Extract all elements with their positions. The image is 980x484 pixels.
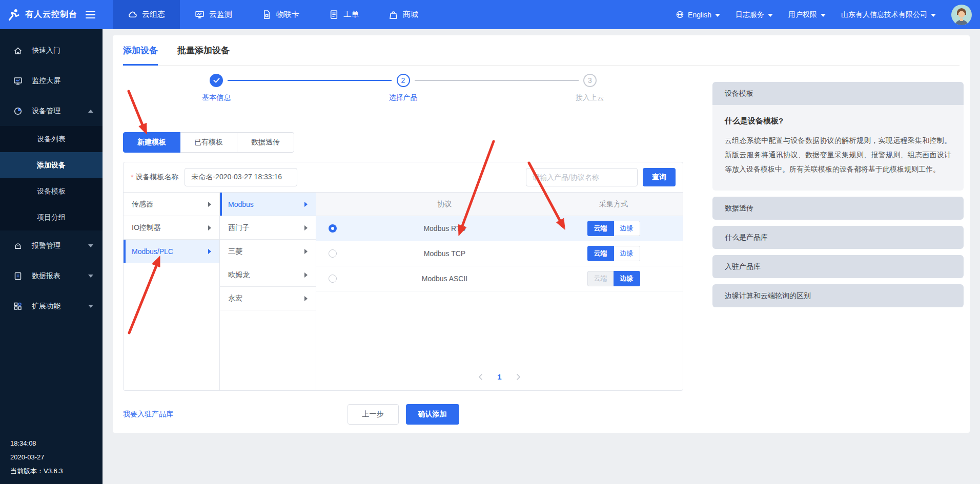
- cloud-mode-button[interactable]: 云端: [587, 221, 614, 236]
- next-page-icon[interactable]: [516, 373, 521, 381]
- arrow-right-icon: [208, 225, 211, 230]
- sidebar-item-quick-start[interactable]: 快速入门: [0, 35, 103, 66]
- sidebar-footer: 18:34:08 2020-03-27 当前版本：V3.6.3: [0, 436, 73, 478]
- help-header-join-product-library[interactable]: 入驻产品库: [712, 255, 964, 278]
- user-permission-menu[interactable]: 用户权限: [788, 10, 826, 19]
- sidebar-item-data-report[interactable]: 数据报表: [0, 261, 103, 291]
- table-row-modbus-ascii[interactable]: Modbus ASCII 云端 边缘: [316, 266, 683, 291]
- usr-logo-icon: [7, 8, 21, 22]
- help-panel: 设备模板 什么是设备模板? 云组态系统中配置与设备数据协议的解析规则，实现远程采…: [712, 82, 964, 425]
- avatar[interactable]: [951, 5, 972, 25]
- company-account-menu[interactable]: 山东有人信息技术有限公司: [841, 10, 936, 19]
- version-label: 当前版本：V3.6.3: [10, 464, 63, 478]
- radio-checked[interactable]: [329, 224, 337, 233]
- menu-toggle-icon[interactable]: [86, 11, 95, 19]
- tab-batch-add-device[interactable]: 批量添加设备: [177, 35, 230, 65]
- language-selector[interactable]: English: [676, 10, 720, 19]
- alarm-icon: [13, 241, 23, 250]
- arrow-right-icon: [304, 249, 308, 254]
- device-manage-submenu: 设备列表 添加设备 设备模板 项目分组: [0, 126, 103, 230]
- radio-unchecked[interactable]: [329, 275, 337, 283]
- data-passthrough-button[interactable]: 数据透传: [237, 132, 294, 153]
- help-section-what-is-product-library: 什么是产品库: [712, 226, 964, 249]
- help-section-data-passthrough: 数据透传: [712, 197, 964, 220]
- brand[interactable]: 有人云控制台: [0, 0, 103, 29]
- arrow-right-icon: [304, 272, 308, 278]
- query-button[interactable]: 查询: [643, 168, 676, 186]
- top-navbar: 有人云控制台 云组态 云监测: [0, 0, 980, 29]
- sidebar-item-big-screen[interactable]: 监控大屏: [0, 66, 103, 96]
- nav-item-work-order[interactable]: 工单: [314, 0, 374, 29]
- edge-mode-button[interactable]: 边缘: [614, 221, 640, 236]
- chevron-down-icon: [88, 275, 93, 278]
- help-header-edge-vs-cloud[interactable]: 边缘计算和云端轮询的区别: [712, 284, 964, 307]
- help-section-device-template: 设备模板 什么是设备模板? 云组态系统中配置与设备数据协议的解析规则，实现远程采…: [712, 82, 964, 191]
- previous-step-button[interactable]: 上一步: [348, 404, 399, 425]
- step2-circle: 2: [397, 74, 410, 87]
- prev-page-icon[interactable]: [478, 373, 483, 381]
- help-section-edge-vs-cloud: 边缘计算和云端轮询的区别: [712, 284, 964, 307]
- sidebar-item-extensions[interactable]: 扩展功能: [0, 291, 103, 321]
- help-header-device-template[interactable]: 设备模板: [712, 82, 964, 105]
- sidebar-item-add-device[interactable]: 添加设备: [0, 152, 103, 178]
- chevron-up-icon: [88, 110, 93, 113]
- mode-toggle: 云端 边缘: [587, 221, 640, 236]
- product-search-input[interactable]: [526, 168, 638, 186]
- help-header-what-is-product-library[interactable]: 什么是产品库: [712, 226, 964, 249]
- cloud-mode-button[interactable]: 云端: [587, 271, 614, 286]
- top-nav: 云组态 云监测 物联卡: [113, 0, 433, 29]
- sidebar-item-device-template[interactable]: 设备模板: [0, 178, 103, 204]
- content-card: 添加设备 批量添加设备 基本信息: [113, 35, 970, 433]
- protocol-column-header: 协议: [345, 200, 544, 209]
- category-browser: 传感器 IO控制器 Modbus/PLC: [124, 192, 683, 390]
- log-service-menu[interactable]: 日志服务: [736, 10, 773, 19]
- sidebar-item-device-list[interactable]: 设备列表: [0, 126, 103, 152]
- sidebar-item-device-manage[interactable]: 设备管理: [0, 96, 103, 126]
- radio-unchecked[interactable]: [329, 249, 337, 258]
- cloud-mode-button[interactable]: 云端: [587, 246, 614, 261]
- existing-template-button[interactable]: 已有模板: [180, 132, 237, 153]
- device-manage-icon: [13, 107, 23, 116]
- new-template-button[interactable]: 新建模板: [123, 132, 180, 153]
- confirm-add-button[interactable]: 确认添加: [406, 404, 459, 425]
- step-basic-info: 基本信息: [160, 74, 273, 102]
- table-row-modbus-rtu[interactable]: Modbus RTU 云端 边缘: [316, 216, 683, 241]
- brand-omron[interactable]: 欧姆龙: [220, 263, 316, 287]
- sidebar-item-project-group[interactable]: 项目分组: [0, 204, 103, 230]
- page-number[interactable]: 1: [497, 372, 501, 381]
- product-select-panel: * 设备模板名称 查询 传感器: [123, 162, 683, 391]
- tab-add-device[interactable]: 添加设备: [123, 35, 158, 65]
- work-order-icon: [329, 10, 339, 19]
- brand-fatek[interactable]: 永宏: [220, 287, 316, 310]
- brand-modbus[interactable]: Modbus: [220, 193, 316, 216]
- chevron-down-icon: [821, 14, 826, 17]
- brand-siemens[interactable]: 西门子: [220, 216, 316, 240]
- nav-item-mall[interactable]: 商城: [374, 0, 433, 29]
- mode-toggle: 云端 边缘: [587, 246, 640, 261]
- join-product-library-link[interactable]: 我要入驻产品库: [123, 410, 173, 419]
- table-row-modbus-tcp[interactable]: Modbus TCP 云端 边缘: [316, 241, 683, 266]
- wizard-column: 基本信息 2 选择产品 3 接入上云 新建模板: [123, 66, 683, 425]
- cloud-icon: [128, 10, 137, 19]
- help-header-data-passthrough[interactable]: 数据透传: [712, 197, 964, 220]
- category-io-controller[interactable]: IO控制器: [124, 216, 219, 240]
- category-column: 传感器 IO控制器 Modbus/PLC: [124, 193, 220, 390]
- edge-mode-button[interactable]: 边缘: [614, 271, 640, 286]
- mode-toggle: 云端 边缘: [587, 271, 640, 286]
- arrow-right-icon: [208, 249, 211, 254]
- arrow-right-icon: [208, 202, 211, 207]
- category-sensor[interactable]: 传感器: [124, 193, 219, 216]
- sidebar-item-alarm-manage[interactable]: 报警管理: [0, 230, 103, 261]
- nav-item-cloud-scada[interactable]: 云组态: [113, 0, 180, 29]
- report-icon: [13, 271, 23, 281]
- template-name-input[interactable]: [185, 168, 297, 186]
- nav-item-cloud-monitor[interactable]: 云监测: [180, 0, 247, 29]
- chevron-down-icon: [931, 14, 936, 17]
- nav-item-iot-sim[interactable]: 物联卡: [247, 0, 314, 29]
- step3-circle: 3: [583, 74, 597, 87]
- brand-mitsubishi[interactable]: 三菱: [220, 240, 316, 263]
- help-paragraph: 云组态系统中配置与设备数据协议的解析规则，实现远程采集和控制。新版云服务将通讯协…: [725, 133, 951, 176]
- big-screen-icon: [13, 76, 23, 86]
- edge-mode-button[interactable]: 边缘: [614, 246, 640, 261]
- category-modbus-plc[interactable]: Modbus/PLC: [124, 240, 219, 263]
